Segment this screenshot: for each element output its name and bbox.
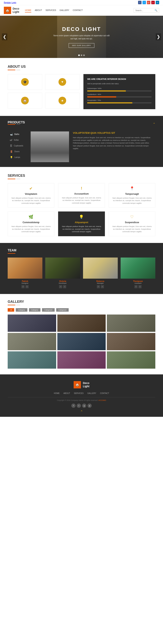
team-social-fb-3[interactable]: f — [97, 285, 100, 288]
products-menu-lamps[interactable]: 💡 Lamps — [8, 154, 30, 160]
team-social-fb-2[interactable]: f — [59, 285, 62, 288]
gallery-item-6[interactable] — [107, 333, 155, 350]
gallery-item-9[interactable] — [107, 351, 155, 369]
pinterest-icon[interactable]: p — [151, 1, 155, 4]
team-social-fb-4[interactable]: f — [134, 285, 138, 288]
hero-prev-arrow[interactable]: ❮ — [2, 34, 7, 40]
gallery-item-2[interactable] — [57, 314, 106, 332]
hero-subtitle: Nemo enim ipsam voluptatem quia voluptas… — [53, 34, 110, 40]
about-underline — [8, 70, 15, 70]
products-collapse-arrow[interactable]: ⌃ — [153, 122, 155, 126]
footer-nav-contact[interactable]: CONTACT — [100, 392, 109, 394]
register-link[interactable]: Register — [4, 2, 11, 4]
gallery-filter-cat3[interactable]: Category3 — [42, 308, 55, 312]
hero-next-arrow[interactable]: ❯ — [156, 34, 161, 40]
about-icon-star: ★ — [58, 97, 66, 104]
skill-label-3: Perspiciatis / 70% — [87, 100, 101, 101]
gallery-filter-all[interactable]: All — [8, 308, 14, 312]
team-photo-2 — [45, 258, 80, 279]
googleplus-icon[interactable]: g+ — [147, 1, 150, 4]
nav-services[interactable]: SERVICES — [46, 8, 56, 12]
navbar: 🏠 DecoLight HOME ABOUT SERVICES GALLERY … — [0, 5, 163, 16]
service-icon-4: 🌿 — [11, 214, 51, 219]
about-right-title: WE ARE CREATIVE INTERIOR DESIGN — [87, 78, 152, 80]
nav-gallery[interactable]: GALLERY — [60, 8, 70, 12]
about-section: ABOUT US 🎓 ♥ 🏠 ★ WE ARE CREATIVE INTERIO… — [0, 58, 163, 116]
products-content: VOLUPTATEM QUIA VOLUPTAS SIT Nam aliquam… — [69, 132, 155, 162]
linkedin-icon[interactable]: in — [156, 1, 159, 4]
team-social-tw-1[interactable]: t — [26, 285, 28, 288]
footer-nav-services[interactable]: SERVICES — [74, 392, 84, 394]
service-title-1: Voluptatem — [11, 193, 51, 195]
team-member-4: Thompson Assistant f t — [120, 258, 155, 288]
gallery-section: GALLERY All Category Category Category3 … — [0, 294, 163, 374]
team-photo-inner-1 — [8, 258, 42, 279]
about-title: ABOUT US — [8, 65, 155, 69]
cupboards-icon: 🗄 — [10, 144, 12, 147]
logo-icon: 🏠 — [6, 9, 10, 12]
footer-nav-about[interactable]: ABOUT — [64, 392, 70, 394]
products-menu-cupboards[interactable]: 🗄 Cupboards — [8, 143, 30, 149]
gallery-filter-cat1[interactable]: Category — [16, 308, 28, 312]
team-social-tw-4[interactable]: t — [138, 285, 142, 288]
team-photo-inner-3 — [83, 258, 118, 279]
service-item-5: 💡 Aliquampret Nam aliquam pretium feugia… — [58, 212, 105, 236]
gallery-img-3 — [107, 314, 155, 332]
gallery-item-5[interactable] — [57, 333, 106, 350]
footer-nav-home[interactable]: HOME — [54, 392, 60, 394]
team-photo-inner-4 — [120, 258, 155, 279]
footer-social-fb[interactable]: f — [71, 404, 76, 408]
skill-bar-1: Doloremque / 60% — [87, 88, 152, 92]
gallery-filter-cat4[interactable]: Category4 — [56, 308, 69, 312]
hero-dot-3[interactable] — [83, 54, 85, 56]
gallery-item-3[interactable] — [107, 314, 155, 332]
footer-nav-gallery[interactable]: GALLERY — [88, 392, 96, 394]
products-menu-doors[interactable]: 🚪 Doors — [8, 149, 30, 154]
nav-about[interactable]: ABOUT — [35, 8, 42, 12]
about-icons: 🎓 ♥ 🏠 ★ — [8, 74, 80, 108]
footer: 🏠 DecoLight HOME ABOUT SERVICES GALLERY … — [0, 374, 163, 417]
about-icon-home: 🏠 — [21, 97, 29, 104]
about-icon-box-1: 🎓 — [8, 74, 42, 90]
gallery-item-8[interactable] — [57, 351, 106, 369]
hero-section: ❮ DECO LIGHT Nemo enim ipsam voluptatem … — [0, 16, 163, 58]
scroll-to-top-button[interactable]: ⌃ — [8, 410, 155, 414]
search-icon[interactable]: 🔍 — [154, 9, 158, 12]
hero-dot-2[interactable] — [81, 54, 82, 56]
team-social-fb-1[interactable]: f — [22, 285, 24, 288]
search-input[interactable] — [136, 10, 154, 12]
hero-cta-button[interactable]: SEE OUR GALLERY — [69, 43, 94, 48]
hero-content: DECO LIGHT Nemo enim ipsam voluptatem qu… — [53, 26, 110, 48]
team-social-tw-3[interactable]: t — [101, 285, 104, 288]
products-grid: 🛁 Baths 🛋 Sofas 🗄 Cupboards 🚪 Doors 💡 La… — [8, 132, 155, 162]
service-title-2: Accusantium — [61, 192, 102, 195]
team-photo-1 — [8, 258, 42, 279]
hero-dot-1[interactable] — [78, 54, 80, 56]
service-text-6: Nam aliquam pretium feugiat. Duis sem es… — [112, 225, 152, 233]
gallery-filter-cat2[interactable]: Category — [29, 308, 41, 312]
service-item-3: 📍 Temporsagit Nam aliquam pretium feugia… — [109, 183, 155, 208]
facebook-icon[interactable]: f — [138, 1, 142, 4]
footer-social-tw[interactable]: t — [77, 404, 81, 408]
nav-home[interactable]: HOME — [25, 8, 31, 12]
service-item-6: ♡ Suspendisse Nam aliquam pretium feugia… — [109, 212, 155, 236]
gallery-item-4[interactable] — [8, 333, 56, 350]
login-link[interactable]: Login — [12, 2, 16, 4]
twitter-icon[interactable]: t — [142, 1, 146, 4]
footer-social-gp[interactable]: g — [82, 404, 86, 408]
products-menu-sofas[interactable]: 🛋 Sofas — [8, 137, 30, 143]
about-right-panel: WE ARE CREATIVE INTERIOR DESIGN Sed ut p… — [84, 74, 155, 109]
footer-link[interactable]: ACCOMO — [98, 399, 106, 401]
team-social-tw-2[interactable]: t — [63, 285, 66, 288]
services-underline — [8, 179, 15, 179]
products-title: PRODUCTS — [8, 121, 25, 124]
footer-social-pi[interactable]: p — [88, 404, 92, 408]
service-text-4: Nam aliquam pretium feugiat. Duis sem es… — [11, 225, 51, 233]
gallery-item-1[interactable] — [8, 314, 56, 332]
products-menu-baths[interactable]: 🛁 Baths — [8, 132, 30, 137]
team-role-4: Assistant — [120, 282, 155, 284]
gallery-item-7[interactable] — [8, 351, 56, 369]
nav-contact[interactable]: CONTACT — [73, 8, 83, 12]
logo-box: 🏠 — [4, 7, 11, 14]
logo[interactable]: 🏠 DecoLight — [4, 7, 19, 14]
